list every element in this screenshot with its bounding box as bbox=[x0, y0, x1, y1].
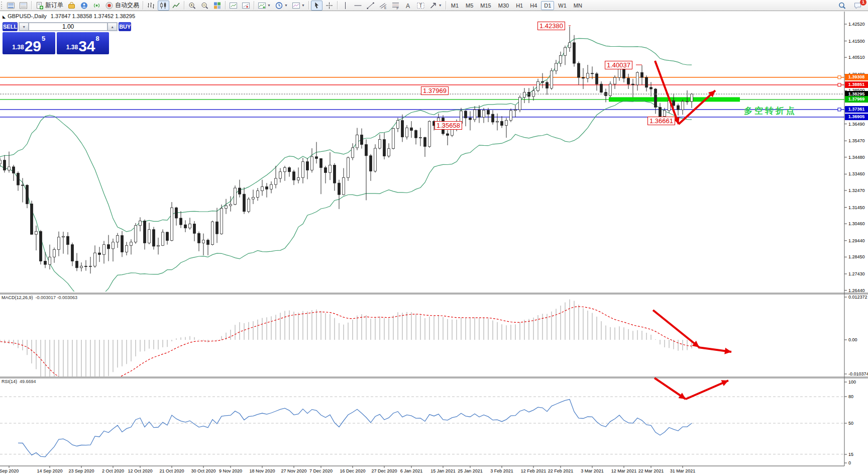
svg-text:9 Nov 2020: 9 Nov 2020 bbox=[219, 468, 242, 473]
timeframe-w1[interactable]: W1 bbox=[555, 1, 570, 10]
svg-text:1.28450: 1.28450 bbox=[848, 254, 865, 259]
timeframe-m15[interactable]: M15 bbox=[477, 1, 494, 10]
label-tool-icon[interactable]: T bbox=[415, 1, 426, 11]
svg-text:16 Dec 2020: 16 Dec 2020 bbox=[340, 468, 365, 473]
text-tool-icon[interactable]: A bbox=[402, 1, 414, 11]
svg-text:18 Nov 2020: 18 Nov 2020 bbox=[249, 468, 275, 473]
svg-text:30 Oct 2020: 30 Oct 2020 bbox=[191, 468, 215, 473]
new-order-button[interactable]: 新订单 bbox=[34, 1, 65, 11]
search-icon[interactable] bbox=[836, 1, 848, 11]
toolbar-separator bbox=[184, 1, 184, 10]
buy-price-quote[interactable]: 1.38 34 8 bbox=[57, 32, 110, 54]
svg-text:12 Oct 2020: 12 Oct 2020 bbox=[128, 468, 152, 473]
svg-text:1.34480: 1.34480 bbox=[848, 155, 865, 160]
svg-text:21 Oct 2020: 21 Oct 2020 bbox=[159, 468, 184, 473]
svg-text:-0.010374: -0.010374 bbox=[848, 371, 868, 376]
timeframe-m30[interactable]: M30 bbox=[495, 1, 512, 10]
periods-menu-icon[interactable]: ▼ bbox=[273, 1, 289, 11]
chart-title: ◣GBPUSD-,Daily1.37847 1.38358 1.37452 1.… bbox=[3, 13, 135, 19]
axis-price-label: 1.37969 bbox=[845, 96, 868, 103]
price-callout[interactable]: 1.35658 bbox=[435, 121, 462, 130]
trendline-tool-icon[interactable] bbox=[365, 1, 376, 11]
toolbar-grip-handle[interactable] bbox=[1, 2, 3, 9]
svg-text:12 Feb 2021: 12 Feb 2021 bbox=[521, 468, 547, 473]
sell-button[interactable]: SELL bbox=[3, 22, 18, 31]
market-watch-icon[interactable] bbox=[5, 1, 17, 11]
vertical-line-tool-icon[interactable] bbox=[340, 1, 351, 11]
toolbar-separator bbox=[337, 1, 338, 10]
svg-text:1.27430: 1.27430 bbox=[848, 271, 865, 276]
svg-text:E: E bbox=[384, 6, 387, 10]
macd-indicator-label: MACD(12,26,9)-0.003017 -0.003063 bbox=[2, 295, 77, 300]
svg-text:1.26440: 1.26440 bbox=[848, 288, 865, 293]
notifications-icon[interactable]: 1 bbox=[852, 1, 863, 11]
buy-price-main: 34 bbox=[78, 40, 95, 52]
timeframe-m1[interactable]: M1 bbox=[448, 1, 462, 10]
zoom-in-icon[interactable] bbox=[186, 1, 198, 11]
candlestick-series bbox=[0, 27, 693, 274]
timeframe-mn[interactable]: MN bbox=[571, 1, 585, 10]
rsi-indicator-label: RSI(14)49.6694 bbox=[2, 379, 36, 384]
community-icon[interactable] bbox=[78, 1, 90, 11]
timeframe-m5[interactable]: M5 bbox=[463, 1, 476, 10]
svg-text:1.42520: 1.42520 bbox=[848, 22, 865, 27]
price-callout[interactable]: 1.37969 bbox=[421, 86, 449, 95]
toolbar-separator bbox=[308, 1, 309, 10]
svg-text:15 Jan 2021: 15 Jan 2021 bbox=[430, 468, 456, 473]
chart-shift-icon[interactable] bbox=[240, 1, 252, 11]
toolbar-separator bbox=[143, 1, 143, 10]
tile-windows-icon[interactable] bbox=[211, 1, 223, 11]
svg-text:1.36490: 1.36490 bbox=[848, 122, 865, 127]
market-icon[interactable] bbox=[66, 1, 77, 11]
svg-text:7 Dec 2020: 7 Dec 2020 bbox=[309, 468, 333, 473]
svg-text:0.012372: 0.012372 bbox=[848, 295, 867, 300]
svg-text:0.00: 0.00 bbox=[848, 337, 857, 342]
rsi-panel bbox=[18, 400, 692, 457]
zoom-out-icon[interactable] bbox=[199, 1, 210, 11]
price-callout[interactable]: 1.40037 bbox=[605, 61, 632, 69]
arrow-shapes-tool-icon[interactable]: ▼ bbox=[427, 1, 444, 11]
sell-price-quote[interactable]: 1.38 29 5 bbox=[3, 32, 55, 54]
timeframe-h1[interactable]: H1 bbox=[513, 1, 526, 10]
sell-price-pip: 5 bbox=[42, 35, 45, 42]
buy-button[interactable]: BUY bbox=[119, 22, 131, 31]
auto-arrange-icon[interactable] bbox=[228, 1, 239, 11]
svg-text:1.32470: 1.32470 bbox=[848, 188, 865, 193]
autotrading-button[interactable]: 自动交易 bbox=[103, 1, 141, 11]
bar-chart-mode-icon[interactable] bbox=[145, 1, 157, 11]
volume-decrease-button[interactable]: ▼ bbox=[19, 23, 29, 31]
indicators-menu-icon[interactable]: ▼ bbox=[256, 1, 272, 11]
svg-text:15: 15 bbox=[848, 452, 853, 457]
cursor-tool-icon[interactable] bbox=[311, 1, 322, 11]
svg-text:T: T bbox=[419, 3, 422, 9]
crosshair-tool-icon[interactable] bbox=[323, 1, 335, 11]
price-callout[interactable]: 1.36661 bbox=[647, 117, 675, 125]
timeframe-h4[interactable]: H4 bbox=[527, 1, 540, 10]
signals-icon[interactable] bbox=[91, 1, 102, 11]
notification-badge: 1 bbox=[860, 0, 866, 6]
toolbar-separator bbox=[446, 1, 446, 10]
price-axis: 1.425201.415001.405101.394901.385001.374… bbox=[844, 22, 868, 465]
horizontal-line-tool-icon[interactable] bbox=[352, 1, 364, 11]
axis-price-label: 1.36905 bbox=[845, 114, 868, 120]
templates-menu-icon[interactable]: ▼ bbox=[290, 1, 306, 11]
data-window-icon[interactable] bbox=[18, 1, 29, 11]
volume-stepper: ▼ ▲ bbox=[19, 22, 118, 31]
buy-price-prefix: 1.38 bbox=[66, 44, 78, 51]
equidistant-channel-tool-icon[interactable]: E bbox=[377, 1, 389, 11]
timeframe-d1[interactable]: D1 bbox=[541, 1, 554, 10]
volume-increase-button[interactable]: ▲ bbox=[107, 23, 117, 31]
analysis-arrow bbox=[655, 378, 686, 399]
macd-values: -0.003017 -0.003063 bbox=[36, 295, 78, 300]
svg-text:22 Mar 2021: 22 Mar 2021 bbox=[638, 468, 664, 473]
fibonacci-tool-icon[interactable]: F bbox=[390, 1, 401, 11]
chart-canvas[interactable]: 1.425201.415001.405101.394901.385001.374… bbox=[0, 0, 868, 475]
svg-text:25 Jan 2021: 25 Jan 2021 bbox=[458, 468, 483, 473]
dropdown-caret-icon: ▼ bbox=[301, 4, 305, 7]
line-chart-mode-icon[interactable] bbox=[170, 1, 182, 11]
price-callout[interactable]: 1.42380 bbox=[537, 22, 565, 30]
svg-text:12 Mar 2021: 12 Mar 2021 bbox=[611, 468, 637, 473]
candlestick-mode-icon[interactable] bbox=[158, 1, 169, 11]
volume-input[interactable] bbox=[29, 23, 107, 31]
one-click-trading-panel: SELL ▼ ▲ BUY 1.38 29 5 1.38 34 8 bbox=[3, 22, 109, 54]
